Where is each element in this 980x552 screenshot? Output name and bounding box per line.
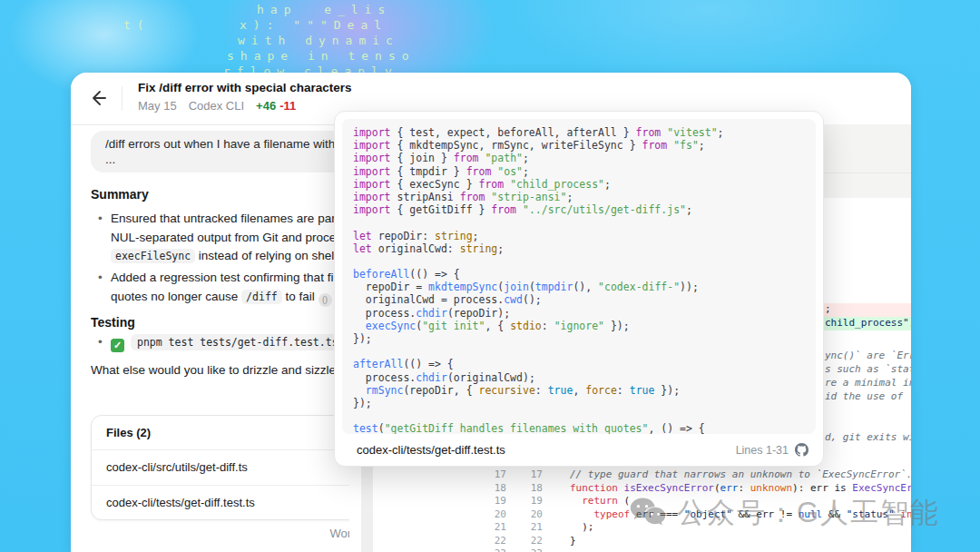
code-line: beforeAll(() => {	[353, 268, 805, 281]
code-line: import { test, expect, beforeAll, afterA…	[353, 126, 805, 139]
code-line: repoDir = mkdtempSync(join(tmpdir(), "co…	[353, 281, 805, 293]
diff-sliver-line: id the use of `	[822, 390, 911, 404]
header-divider	[122, 86, 122, 111]
popup-file-path[interactable]: codex-cli/tests/get-diff.test.ts	[357, 443, 505, 457]
code-line: import { join } from "path";	[353, 152, 805, 164]
code-line: });	[353, 397, 805, 409]
inline-code-chip: /diff	[241, 290, 282, 304]
diff-code: function isExecSyncError(err: unknown): …	[570, 482, 911, 496]
new-line-number: 17	[508, 468, 543, 482]
bullet-dot: •	[98, 334, 111, 350]
new-line-number: 22	[508, 535, 543, 548]
user-prompt-box[interactable]: /diff errors out when I have a filename …	[91, 131, 363, 172]
file-path: codex-cli/tests/get-diff.test.ts	[106, 486, 255, 520]
old-line-number: 18	[472, 482, 506, 496]
code-reference-chip[interactable]: ()	[318, 293, 332, 307]
diff-sliver-line: s such as `stat	[822, 363, 911, 377]
github-icon	[795, 443, 808, 457]
test-command-pill[interactable]: pnpm test tests/get-diff.test.ts	[131, 334, 345, 350]
code-line: import { execSync } from "child_process"…	[353, 178, 805, 191]
code-line: import { tmpdir } from "os";	[353, 165, 805, 178]
new-line-number: 19	[508, 495, 543, 508]
code-line	[353, 255, 805, 268]
summary-line: •Added a regression test confirming that…	[98, 270, 343, 285]
popup-line-range: Lines 1-31	[736, 443, 808, 457]
hero-banner: hap e_list(x): """Dealwith dynamicshape …	[0, 0, 980, 82]
diff-row: 1919 return (	[349, 495, 911, 508]
diff-row: 1717// type guard that narrows an unknow…	[349, 468, 911, 482]
diff-sliver-line: ;	[822, 303, 911, 317]
old-line-number: 20	[472, 508, 506, 522]
diff-code: // type guard that narrows an unknown to…	[570, 468, 911, 482]
summary-line: execFileSync instead of relying on shell…	[111, 248, 347, 264]
diff-row: 2020 typeof err === "object" && err != n…	[349, 508, 911, 522]
banner-code-text: hap e_lis	[257, 3, 391, 16]
back-arrow-icon	[88, 87, 110, 109]
diff-sliver-line: child_process";	[822, 317, 911, 330]
task-date: May 15	[138, 99, 177, 113]
diff-code	[570, 547, 576, 552]
summary-text: quotes no longer cause	[111, 290, 241, 303]
banner-code-text: x): """Deal	[240, 18, 387, 32]
bullet-dot: •	[98, 270, 111, 285]
code-line: let repoDir: string;	[353, 230, 805, 242]
diff-row: 2121 );	[349, 521, 911, 535]
diff-code: typeof err === "object" && err != null &…	[570, 508, 911, 522]
code-line	[353, 409, 805, 422]
diff-sliver-line: ync()` are `Err	[822, 350, 911, 363]
followup-question: What else would you like to drizzle and …	[91, 363, 349, 377]
code-line: process.chdir(repoDir);	[353, 307, 805, 320]
old-line-number: 19	[472, 495, 506, 508]
code-line: process.chdir(originalCwd);	[353, 371, 805, 384]
screen: { "colors":{"page_blue":"#45c7f7","add_g…	[0, 0, 980, 552]
code-line: execSync("git init", { stdio: "ignore" }…	[353, 320, 805, 332]
summary-line: •✓pnpm test tests/get-diff.test.ts ›	[98, 334, 361, 352]
diff-code: return (	[570, 495, 630, 508]
new-line-number: 21	[508, 521, 543, 535]
summary-heading: Summary	[91, 187, 149, 202]
summary-text: Added a regression test confirming that …	[111, 271, 343, 284]
check-passed-icon: ✓	[111, 339, 124, 352]
summary-text: to fail	[282, 290, 318, 303]
testing-heading: Testing	[91, 315, 135, 330]
summary-line: •Ensured that untracked filenames are pa…	[98, 211, 348, 226]
banner-code-text: t(	[123, 18, 151, 32]
task-meta: May 15 Codex CLI +46 -11	[138, 99, 296, 113]
bullet-dot: •	[98, 211, 111, 226]
code-line: afterAll(() => {	[353, 358, 805, 370]
page-title: Fix /diff error with special characters	[138, 81, 352, 94]
back-button[interactable]	[88, 87, 110, 109]
new-line-number: 20	[508, 508, 543, 522]
code-line: });	[353, 332, 805, 345]
task-app: Codex CLI	[189, 99, 244, 113]
diff-sliver-line: re a minimal in	[822, 377, 911, 390]
code-line	[353, 345, 805, 358]
additions-count: +46	[256, 99, 276, 113]
diff-row: 2323	[349, 547, 911, 552]
diff-sliver-line: d, git exits wi	[822, 431, 911, 445]
code-preview-block[interactable]: import { test, expect, beforeAll, afterA…	[342, 119, 816, 434]
diff-row: 1818function isExecSyncError(err: unknow…	[349, 482, 911, 496]
summary-text: NUL-separated output from Git and proces	[111, 231, 342, 244]
old-line-number: 22	[472, 535, 506, 548]
diff-code: }	[570, 535, 576, 548]
old-line-number: 17	[472, 468, 506, 482]
old-line-number: 21	[472, 521, 506, 535]
diff-panel-subheader-box	[822, 172, 911, 198]
prompt-text: /diff errors out when I have a filename …	[105, 137, 348, 153]
old-line-number: 23	[472, 547, 506, 552]
prompt-ellipsis: ...	[105, 153, 348, 168]
banner-code-text: shape in tenso	[227, 49, 416, 63]
popup-footer: codex-cli/tests/get-diff.test.ts Lines 1…	[335, 434, 823, 466]
code-line: import stripAnsi from "strip-ansi";	[353, 191, 805, 203]
new-line-number: 23	[508, 547, 543, 552]
code-line: test("getGitDiff handles filenames with …	[353, 422, 805, 434]
code-line: import { mkdtempSync, rmSync, writeFileS…	[353, 139, 805, 152]
deletions-count: -11	[279, 99, 296, 113]
summary-text: instead of relying on shell q	[195, 249, 347, 262]
summary-line: quotes no longer cause /diff to fail ()	[111, 289, 332, 307]
banner-code-text: with dynamic	[238, 34, 399, 47]
code-line: let originalCwd: string;	[353, 242, 805, 255]
code-line: rmSync(repoDir, { recursive: true, force…	[353, 384, 805, 397]
code-line	[353, 216, 805, 229]
